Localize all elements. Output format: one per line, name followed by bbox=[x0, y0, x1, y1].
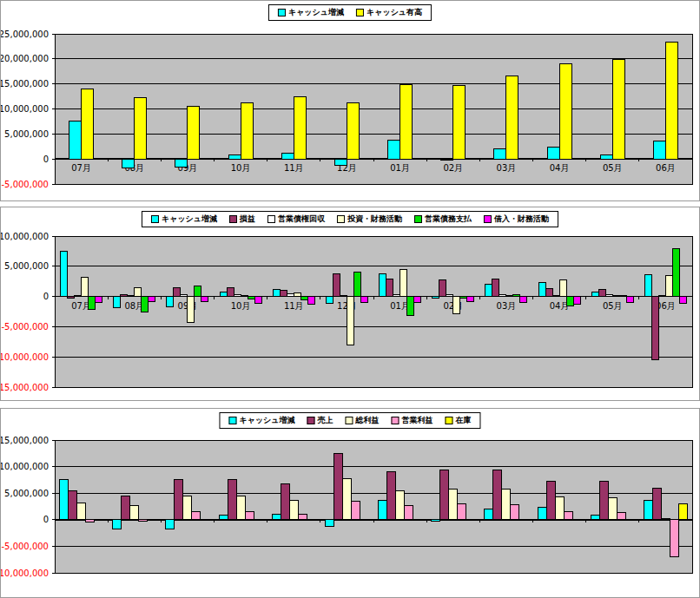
legend-swatch-icon bbox=[392, 417, 400, 424]
bar-キャッシュ有高-07月 bbox=[82, 89, 94, 159]
legend-item-0: キャッシュ増減 bbox=[278, 7, 344, 18]
sales-profit-inventory-chart: キャッシュ増減売上総利益営業利益在庫-10,000,000-5,000,0000… bbox=[0, 408, 700, 598]
legend-swatch-icon bbox=[446, 417, 453, 424]
bar-投資・財務活動-04月 bbox=[559, 279, 566, 296]
bar-売上-05月 bbox=[599, 482, 608, 520]
cash-balance-chart: キャッシュ増減キャッシュ有高-5,000,00005,000,00010,000… bbox=[0, 0, 700, 201]
y-axis-label: 0 bbox=[43, 515, 49, 524]
legend-item-3: 営業利益 bbox=[392, 415, 433, 426]
legend-label: 借入・財務活動 bbox=[494, 214, 549, 225]
bar-損益-10月 bbox=[227, 287, 234, 296]
bar-キャッシュ増減-07月 bbox=[61, 251, 68, 296]
legend-label: キャッシュ増減 bbox=[162, 214, 217, 225]
y-axis-label: 20,000,000 bbox=[1, 54, 49, 63]
bar-営業債務支払-01月 bbox=[407, 297, 414, 316]
legend-swatch-icon bbox=[414, 215, 422, 223]
bar-営業債務支払-07月 bbox=[89, 297, 96, 310]
x-axis-label: 03月 bbox=[497, 301, 517, 311]
bar-営業債務支払-05月 bbox=[619, 295, 626, 296]
bar-売上-09月 bbox=[175, 480, 183, 520]
chart-plot: -10,000,000-5,000,00005,000,00010,000,00… bbox=[1, 409, 699, 597]
y-axis-label: -5,000,000 bbox=[1, 180, 49, 189]
bar-総利益-04月 bbox=[555, 496, 564, 519]
bar-営業利益-10月 bbox=[245, 512, 254, 520]
bar-営業債務支払-11月 bbox=[300, 297, 307, 300]
bar-投資・財務活動-12月 bbox=[347, 297, 353, 345]
bar-営業債務支払-10月 bbox=[248, 297, 254, 299]
bar-営業債権回収-12月 bbox=[340, 295, 347, 296]
bar-営業債務支払-09月 bbox=[195, 286, 201, 297]
legend-swatch-icon bbox=[229, 215, 237, 223]
bar-キャッシュ増減-04月 bbox=[538, 508, 546, 520]
chart-plot: -15,000,000-10,000,000-5,000,00005,000,0… bbox=[1, 207, 699, 400]
bar-総利益-11月 bbox=[289, 500, 298, 520]
bar-営業利益-09月 bbox=[192, 512, 201, 520]
bar-キャッシュ増減-02月 bbox=[433, 297, 439, 299]
bar-キャッシュ増減-06月 bbox=[644, 501, 652, 520]
x-axis-label: 03月 bbox=[497, 163, 517, 173]
bar-総利益-05月 bbox=[608, 497, 617, 520]
bar-キャッシュ有高-08月 bbox=[135, 98, 147, 159]
bar-キャッシュ増減-04月 bbox=[547, 148, 559, 159]
legend-label: 売上 bbox=[318, 415, 333, 426]
legend-swatch-icon bbox=[151, 215, 159, 223]
bar-借入・財務活動-01月 bbox=[414, 297, 421, 303]
legend-label: 営業債務支払 bbox=[425, 214, 472, 225]
bar-営業利益-12月 bbox=[351, 502, 360, 520]
bar-総利益-09月 bbox=[183, 496, 192, 520]
legend-item-0: キャッシュ増減 bbox=[228, 415, 294, 426]
legend-item-2: 営業債権回収 bbox=[267, 214, 325, 225]
bar-営業債務支払-02月 bbox=[460, 297, 467, 299]
bar-キャッシュ有高-01月 bbox=[400, 84, 413, 159]
bar-キャッシュ有高-12月 bbox=[347, 103, 359, 160]
bar-損益-08月 bbox=[121, 295, 128, 297]
bar-借入・財務活動-08月 bbox=[149, 297, 155, 302]
bar-キャッシュ増減-02月 bbox=[441, 159, 453, 161]
bar-キャッシュ有高-09月 bbox=[188, 107, 200, 160]
bar-キャッシュ増減-06月 bbox=[653, 141, 665, 159]
bar-営業債権回収-11月 bbox=[287, 293, 294, 296]
x-axis-label: 10月 bbox=[231, 301, 251, 311]
cash-flow-breakdown-chart: キャッシュ増減損益営業債権回収投資・財務活動営業債務支払借入・財務活動-15,0… bbox=[0, 207, 700, 401]
bar-損益-07月 bbox=[68, 297, 75, 299]
bar-営業債権回収-05月 bbox=[605, 295, 612, 297]
bar-営業債権回収-10月 bbox=[234, 295, 241, 297]
bar-営業債権回収-08月 bbox=[128, 295, 135, 296]
y-axis-label: 25,000,000 bbox=[1, 30, 49, 39]
bar-キャッシュ増減-01月 bbox=[379, 500, 387, 520]
bar-総利益-03月 bbox=[502, 490, 511, 520]
bar-キャッシュ増減-01月 bbox=[388, 141, 400, 159]
bar-キャッシュ増減-11月 bbox=[272, 514, 281, 520]
bar-営業利益-06月 bbox=[670, 520, 678, 557]
y-axis-label: 10,000,000 bbox=[1, 104, 49, 114]
bar-借入・財務活動-07月 bbox=[96, 297, 102, 303]
bar-キャッシュ増減-03月 bbox=[494, 149, 506, 160]
bar-損益-09月 bbox=[174, 287, 181, 296]
bar-キャッシュ有高-04月 bbox=[559, 64, 571, 160]
bar-キャッシュ増減-10月 bbox=[219, 516, 228, 520]
bar-キャッシュ増減-08月 bbox=[122, 159, 135, 168]
bar-損益-05月 bbox=[598, 289, 605, 296]
bar-キャッシュ増減-05月 bbox=[591, 516, 599, 520]
bar-営業利益-02月 bbox=[458, 503, 466, 519]
bar-投資・財務活動-02月 bbox=[453, 297, 460, 314]
bar-営業債務支払-08月 bbox=[142, 297, 149, 312]
legend-swatch-icon bbox=[346, 417, 353, 424]
legend-swatch-icon bbox=[307, 417, 315, 424]
y-axis-label: 5,000,000 bbox=[4, 489, 49, 498]
bar-キャッシュ増減-02月 bbox=[432, 520, 440, 522]
bar-キャッシュ増減-06月 bbox=[644, 275, 651, 297]
legend-label: 在庫 bbox=[456, 415, 472, 426]
bar-キャッシュ増減-12月 bbox=[326, 297, 333, 304]
bar-営業債権回収-07月 bbox=[75, 295, 82, 296]
bar-営業債権回収-03月 bbox=[499, 295, 506, 297]
x-axis-label: 11月 bbox=[284, 301, 304, 311]
bar-営業債権回収-01月 bbox=[393, 295, 400, 297]
y-axis-label: 10,000,000 bbox=[1, 462, 49, 471]
legend-swatch-icon bbox=[337, 215, 345, 223]
bar-損益-01月 bbox=[386, 279, 393, 296]
bar-売上-11月 bbox=[281, 483, 289, 520]
bar-損益-04月 bbox=[545, 289, 552, 297]
bar-キャッシュ有高-02月 bbox=[453, 86, 466, 159]
bar-営業利益-03月 bbox=[511, 505, 519, 520]
